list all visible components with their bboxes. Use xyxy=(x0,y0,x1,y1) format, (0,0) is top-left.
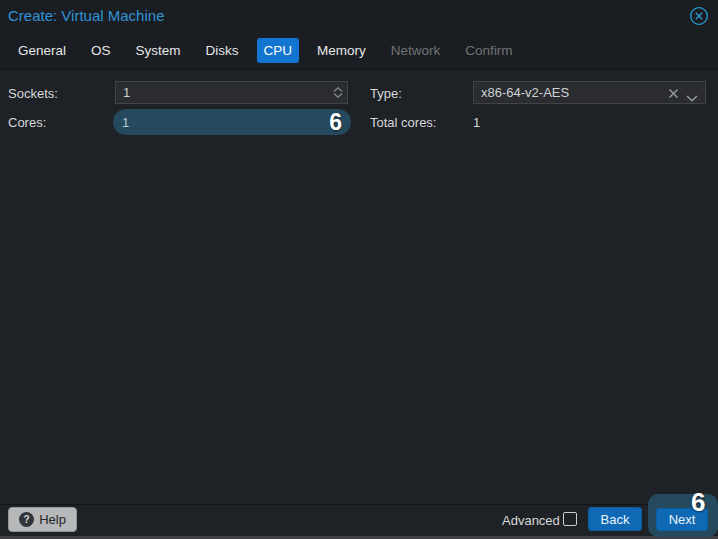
question-icon: ? xyxy=(19,512,34,527)
sockets-spinner[interactable] xyxy=(333,82,343,103)
wizard-tab-bar: General OS System Disks CPU Memory Netwo… xyxy=(0,31,718,70)
sockets-input[interactable] xyxy=(116,82,347,103)
chevron-down-icon[interactable] xyxy=(686,90,698,105)
back-button[interactable]: Back xyxy=(588,507,642,531)
close-icon[interactable] xyxy=(689,6,709,26)
tab-network: Network xyxy=(384,38,448,63)
type-label: Type: xyxy=(370,86,402,101)
help-button[interactable]: ? Help xyxy=(8,507,77,532)
tab-disks[interactable]: Disks xyxy=(199,38,246,63)
total-cores-label: Total cores: xyxy=(370,115,436,130)
page-title: Create: Virtual Machine xyxy=(8,7,164,24)
sockets-label: Sockets: xyxy=(8,86,58,101)
tab-os[interactable]: OS xyxy=(84,38,118,63)
chevron-down-icon xyxy=(333,93,343,98)
advanced-label: Advanced xyxy=(502,513,560,528)
next-button[interactable]: Next xyxy=(656,508,708,531)
cores-input[interactable] xyxy=(113,109,351,135)
cores-field xyxy=(113,109,351,135)
tab-general[interactable]: General xyxy=(11,38,73,63)
tab-confirm: Confirm xyxy=(458,38,519,63)
chevron-up-icon xyxy=(333,87,343,92)
create-vm-dialog: Create: Virtual Machine General OS Syste… xyxy=(0,0,718,539)
sockets-field xyxy=(115,81,348,104)
tab-system[interactable]: System xyxy=(129,38,188,63)
help-button-label: Help xyxy=(39,512,66,527)
tab-cpu[interactable]: CPU xyxy=(257,38,300,63)
type-combobox xyxy=(473,81,706,104)
tab-memory[interactable]: Memory xyxy=(310,38,373,63)
cores-label: Cores: xyxy=(8,115,46,130)
dialog-titlebar: Create: Virtual Machine xyxy=(0,0,718,31)
clear-icon[interactable] xyxy=(668,87,679,102)
advanced-checkbox[interactable] xyxy=(563,512,577,526)
total-cores-value: 1 xyxy=(473,115,480,130)
